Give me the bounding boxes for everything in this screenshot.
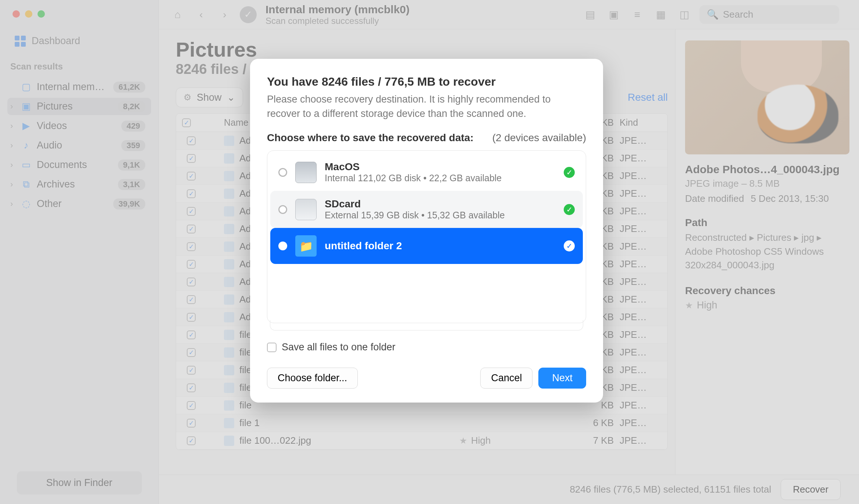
destination-option[interactable]: MacOS Internal 121,02 GB disk • 22,2 GB … (270, 154, 583, 191)
destination-name: untitled folder 2 (325, 240, 556, 252)
destination-subtitle: Internal 121,02 GB disk • 22,2 GB availa… (325, 173, 556, 183)
hdd-icon (295, 162, 317, 183)
destination-option[interactable]: 📁 untitled folder 2 ✓ (270, 228, 583, 264)
save-one-folder-label: Save all files to one folder (282, 342, 395, 353)
modal-devices-count: (2 devices available) (492, 132, 586, 144)
next-button[interactable]: Next (538, 368, 586, 389)
destination-list-extra (270, 320, 583, 330)
save-one-folder-checkbox[interactable] (267, 343, 277, 352)
fold-icon: 📁 (295, 235, 317, 257)
destination-radio[interactable] (278, 242, 287, 250)
check-icon: ✓ (564, 204, 575, 215)
destination-list: MacOS Internal 121,02 GB disk • 22,2 GB … (267, 150, 586, 323)
cancel-button[interactable]: Cancel (480, 368, 532, 389)
choose-folder-button[interactable]: Choose folder... (267, 368, 358, 389)
destination-name: SDcard (325, 198, 556, 210)
destination-radio[interactable] (278, 205, 287, 214)
destination-subtitle: External 15,39 GB disk • 15,32 GB availa… (325, 210, 556, 221)
modal-description: Please choose recovery destination. It i… (267, 92, 586, 121)
modal-title: You have 8246 files / 776,5 MB to recove… (267, 75, 586, 89)
destination-option[interactable]: SDcard External 15,39 GB disk • 15,32 GB… (270, 191, 583, 228)
check-icon: ✓ (564, 167, 575, 178)
sd-icon (295, 199, 317, 220)
modal-choose-label: Choose where to save the recovered data: (267, 132, 474, 144)
check-icon: ✓ (564, 240, 575, 251)
destination-name: MacOS (325, 161, 556, 173)
destination-radio[interactable] (278, 168, 287, 177)
recovery-destination-dialog: You have 8246 files / 776,5 MB to recove… (250, 59, 603, 403)
